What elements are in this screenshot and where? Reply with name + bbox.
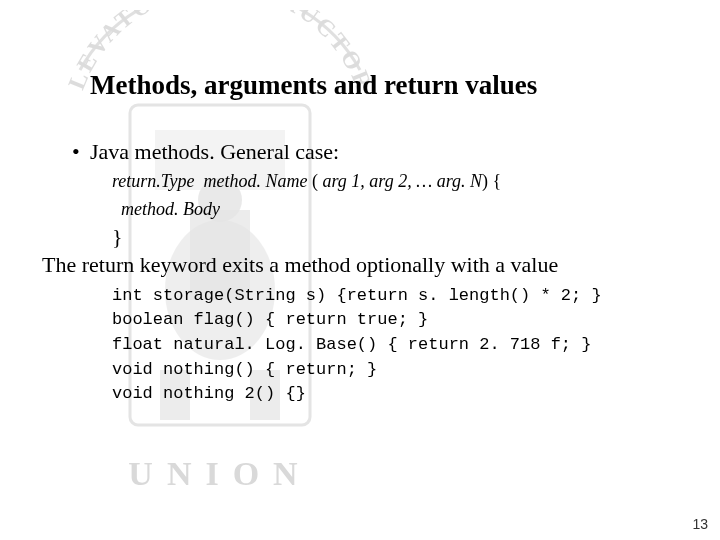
sig-return-type: return.Type <box>112 171 195 191</box>
code-line-1: int storage(String s) {return s. length(… <box>112 286 602 305</box>
method-signature-line1: return.Type method. Name ( arg 1, arg 2,… <box>112 169 670 193</box>
method-close-brace: } <box>112 224 670 250</box>
page-number: 13 <box>692 516 708 532</box>
return-explanation: The return keyword exits a method option… <box>42 252 670 278</box>
sig-args: arg 1, arg 2, … arg. N <box>322 171 482 191</box>
code-line-4: void nothing() { return; } <box>112 360 377 379</box>
code-example-block: int storage(String s) {return s. length(… <box>112 284 670 407</box>
method-signature-line2: method. Body <box>112 197 670 221</box>
code-line-2: boolean flag() { return true; } <box>112 310 428 329</box>
sig-open-paren: ( <box>312 171 323 191</box>
bullet-dot: • <box>72 139 90 165</box>
bullet-text: Java methods. General case: <box>90 139 339 164</box>
logo-text-bottom: UNION <box>128 455 311 492</box>
slide-content: Methods, arguments and return values •Ja… <box>0 0 720 407</box>
sig-method-name: method. Name <box>204 171 308 191</box>
slide-title: Methods, arguments and return values <box>90 70 670 101</box>
sig-close-paren: ) { <box>482 171 501 191</box>
sig-body: method. Body <box>121 199 220 219</box>
bullet-item: •Java methods. General case: <box>72 139 670 165</box>
code-line-5: void nothing 2() {} <box>112 384 306 403</box>
code-line-3: float natural. Log. Base() { return 2. 7… <box>112 335 591 354</box>
